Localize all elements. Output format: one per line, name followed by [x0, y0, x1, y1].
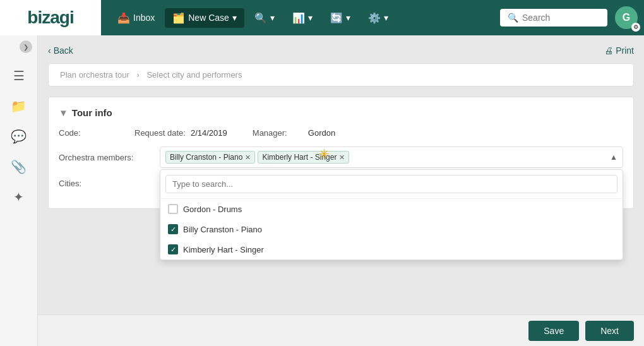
dropdown-search-area: [160, 170, 623, 199]
inbox-nav-button[interactable]: 📥 Inbox: [110, 8, 162, 28]
next-button[interactable]: Next: [585, 321, 634, 341]
checkbox-billy[interactable]: [168, 224, 178, 234]
tag-kimberly-label: Kimberly Hart - Singer: [262, 153, 337, 162]
sidebar-item-attach[interactable]: 📎: [6, 154, 32, 179]
bottom-bar: Save Next: [38, 314, 644, 346]
request-date-value: 2/14/2019: [191, 128, 227, 138]
dropdown-item-2[interactable]: Kimberly Hart - Singer: [160, 239, 623, 260]
code-label: Code:: [59, 128, 109, 138]
save-button[interactable]: Save: [528, 321, 579, 341]
breadcrumb-separator: ›: [136, 70, 139, 80]
search-box[interactable]: 🔍: [500, 9, 607, 27]
gear-icon: ⚙️: [368, 12, 381, 24]
print-label: Print: [616, 45, 634, 56]
manager-label: Manager:: [253, 128, 303, 138]
dropdown-item-2-label: Kimberly Hart - Singer: [183, 245, 264, 254]
settings-nav-button[interactable]: ⚙️ ▾: [361, 8, 396, 28]
sidebar-item-chat[interactable]: 💬: [6, 124, 32, 149]
form-section-tour-info: ▼ Tour info Code: Request date: 2/14/201…: [48, 97, 634, 209]
orchestra-members-field: Orchestra members: Billy Cranston - Pian…: [59, 146, 623, 168]
breadcrumb-part1: Plan orchestra tour: [60, 70, 129, 80]
avatar-button[interactable]: G ⚙: [615, 6, 638, 29]
action-bar: ‹ Back 🖨 Print: [48, 45, 634, 56]
tag-billy-remove[interactable]: ✕: [245, 153, 251, 162]
left-sidebar: ❯ ☰ 📁 💬 📎 ✦: [0, 35, 38, 346]
process-icon: 🔄: [330, 12, 343, 24]
chart-icon: 📊: [292, 12, 305, 24]
chevron-down-icon: ▾: [270, 13, 275, 23]
section-header: ▼ Tour info: [59, 107, 623, 118]
chevron-down-icon: ▾: [384, 13, 388, 23]
back-link[interactable]: ‹ Back: [48, 45, 73, 56]
dropdown-search-input[interactable]: [165, 175, 617, 193]
orchestra-label: Orchestra members:: [59, 153, 160, 162]
dropdown-item-1-label: Billy Cranston - Piano: [183, 225, 262, 234]
print-button[interactable]: 🖨 Print: [604, 45, 634, 56]
back-chevron-icon: ‹: [48, 45, 51, 56]
form-row-info: Code: Request date: 2/14/2019 Manager: G…: [59, 128, 623, 138]
request-date-label: Request date:: [134, 128, 186, 138]
new-case-icon: 🗂️: [172, 12, 185, 24]
tag-billy: Billy Cranston - Piano ✕: [165, 151, 255, 164]
search-box-icon: 🔍: [508, 13, 518, 23]
main-content: ‹ Back 🖨 Print Plan orchestra tour › Sel…: [38, 35, 644, 346]
form-row-orchestra: Orchestra members: Billy Cranston - Pian…: [59, 146, 623, 168]
dropdown-arrow-icon: ▲: [610, 153, 617, 162]
avatar-settings-icon: ⚙: [631, 23, 640, 32]
new-case-label: New Case: [188, 13, 229, 23]
sidebar-item-list[interactable]: ☰: [6, 63, 32, 88]
new-case-nav-button[interactable]: 🗂️ New Case ▾: [165, 8, 244, 28]
field-code: Code:: [59, 128, 109, 138]
tag-kimberly-remove[interactable]: ✕: [339, 153, 345, 162]
top-navigation: bizagi 📥 Inbox 🗂️ New Case ▾ 🔍 ▾ 📊 ▾ 🔄 ▾…: [0, 0, 644, 35]
search-icon: 🔍: [254, 12, 267, 24]
manager-value: Gordon: [308, 128, 335, 138]
inbox-icon: 📥: [117, 12, 130, 24]
chevron-down-icon: ▾: [232, 13, 237, 23]
search-nav-button[interactable]: 🔍 ▾: [247, 8, 282, 28]
checkbox-kimberly[interactable]: [168, 244, 178, 254]
inbox-label: Inbox: [133, 13, 155, 23]
section-title: Tour info: [72, 107, 112, 118]
tag-kimberly: Kimberly Hart - Singer ✕ ✳: [258, 151, 349, 164]
orchestra-multi-select: Billy Cranston - Piano ✕ Kimberly Hart -…: [160, 146, 623, 168]
cities-label: Cities:: [59, 179, 160, 188]
orchestra-dropdown-panel: Gordon - Drums Billy Cranston - Piano Ki…: [160, 169, 623, 260]
breadcrumb-part2: Select city and performers: [146, 70, 242, 80]
field-manager: Manager: Gordon: [253, 128, 335, 138]
tag-billy-label: Billy Cranston - Piano: [170, 153, 242, 162]
orchestra-tags-row[interactable]: Billy Cranston - Piano ✕ Kimberly Hart -…: [160, 146, 623, 168]
sidebar-item-folder[interactable]: 📁: [6, 93, 32, 119]
checkbox-gordon[interactable]: [168, 204, 178, 214]
sidebar-toggle: ❯: [0, 40, 37, 53]
dropdown-item-0[interactable]: Gordon - Drums: [160, 199, 623, 219]
logo-area: bizagi: [0, 0, 101, 35]
print-icon: 🖨: [604, 45, 613, 56]
dropdown-item-0-label: Gordon - Drums: [183, 205, 242, 214]
process-nav-button[interactable]: 🔄 ▾: [323, 8, 358, 28]
breadcrumb: Plan orchestra tour › Select city and pe…: [48, 63, 634, 86]
dropdown-item-1[interactable]: Billy Cranston - Piano: [160, 219, 623, 239]
section-collapse-icon[interactable]: ▼: [59, 107, 68, 118]
avatar-letter: G: [623, 12, 630, 23]
logo: bizagi: [27, 8, 73, 28]
field-request-date: Request date: 2/14/2019: [134, 128, 227, 138]
sidebar-item-flow[interactable]: ✦: [6, 184, 32, 210]
chevron-down-icon: ▾: [346, 13, 350, 23]
search-input[interactable]: [522, 13, 598, 23]
back-label: Back: [54, 45, 73, 56]
sidebar-toggle-button[interactable]: ❯: [20, 40, 32, 53]
chevron-down-icon: ▾: [308, 13, 313, 23]
analytics-nav-button[interactable]: 📊 ▾: [285, 8, 320, 28]
